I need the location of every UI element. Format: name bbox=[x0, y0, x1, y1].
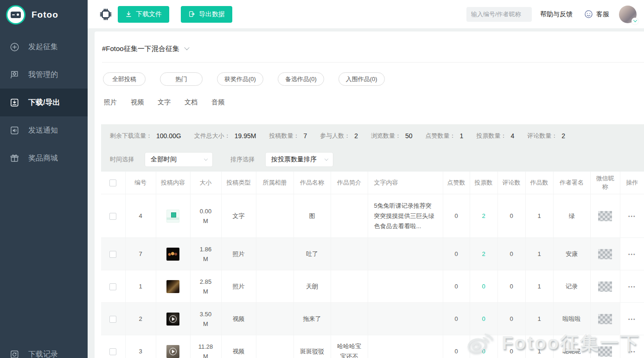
sidebar-item-download-export[interactable]: 下载/导出 bbox=[0, 89, 88, 116]
row-actions-button[interactable]: ••• bbox=[628, 252, 636, 257]
wechat-nickname-blurred bbox=[598, 211, 612, 221]
row-checkbox[interactable] bbox=[109, 316, 116, 323]
table-row: 4 0.00M 文字 图 5兔兔听课记录推荐突突突摸摸提供三巨头绿色食品去看看啦… bbox=[101, 194, 644, 238]
submission-thumbnail[interactable] bbox=[166, 345, 179, 358]
cell-work-intro bbox=[331, 238, 368, 270]
cell-votes: 0 bbox=[470, 335, 497, 358]
chevron-down-icon bbox=[325, 157, 328, 160]
sidebar: Fotoo 发起征集 我管理的 下载/导出 发送通知 奖品商城 bbox=[0, 0, 88, 358]
cell-work-intro: 哈哈哈宝宝还不 bbox=[331, 335, 368, 358]
submission-thumbnail[interactable] bbox=[166, 248, 179, 261]
cell-id: 3 bbox=[125, 335, 156, 358]
pill-candidate-works[interactable]: 备选作品(0) bbox=[278, 72, 324, 86]
time-select[interactable]: 全部时间 bbox=[145, 152, 213, 167]
chevron-down-icon bbox=[633, 18, 637, 22]
row-checkbox[interactable] bbox=[109, 283, 116, 290]
cell-album bbox=[256, 303, 293, 335]
tab-photo[interactable]: 照片 bbox=[104, 98, 117, 107]
col-text-content: 文字内容 bbox=[368, 172, 443, 194]
cell-likes: 0 bbox=[443, 335, 470, 358]
cell-work-name: 天朗 bbox=[293, 270, 331, 303]
col-size: 大小 bbox=[190, 172, 221, 194]
cell-works: 1 bbox=[525, 303, 553, 335]
submission-thumbnail[interactable] bbox=[166, 313, 179, 326]
col-content: 投稿内容 bbox=[156, 172, 190, 194]
campaign-panel: #Fotoo征集一下混合征集 全部投稿 热门 获奖作品(0) 备选作品(0) 入… bbox=[95, 32, 644, 358]
topbar: 下载文件 导出数据 帮助与反馈 客服 bbox=[88, 0, 644, 28]
row-actions-button[interactable]: ••• bbox=[628, 317, 636, 322]
campaign-title: #Fotoo征集一下混合征集 bbox=[102, 45, 179, 53]
cell-album bbox=[256, 270, 293, 303]
col-likes: 点赞数 bbox=[443, 172, 470, 194]
submission-thumbnail[interactable] bbox=[166, 210, 179, 223]
tab-text[interactable]: 文字 bbox=[158, 98, 171, 107]
brand-logo-row: Fotoo bbox=[0, 0, 88, 30]
sidebar-item-my-managed[interactable]: 我管理的 bbox=[0, 61, 88, 89]
row-checkbox[interactable] bbox=[109, 213, 116, 220]
cell-likes: 0 bbox=[443, 238, 470, 270]
stat-submission-count: 投稿数量：7 bbox=[269, 132, 307, 140]
col-type: 投稿类型 bbox=[221, 172, 256, 194]
table-header-row: 编号 投稿内容 大小 投稿类型 所属相册 作品名称 作品简介 文字内容 点赞数 … bbox=[101, 172, 644, 194]
submission-thumbnail[interactable] bbox=[166, 280, 179, 293]
time-filter-label: 时间选择 bbox=[110, 155, 134, 164]
pill-awarded-works[interactable]: 获奖作品(0) bbox=[217, 72, 263, 86]
table-row: 7 1.86M 照片 吐了 0 2 0 1 安康 bbox=[101, 238, 644, 270]
tab-video[interactable]: 视频 bbox=[131, 98, 144, 107]
cell-work-name: 斑斑驳驳 bbox=[293, 335, 331, 358]
tab-audio[interactable]: 音频 bbox=[211, 98, 224, 107]
sidebar-item-label: 我管理的 bbox=[28, 70, 58, 80]
cell-text-content bbox=[368, 238, 443, 270]
submissions-table: 编号 投稿内容 大小 投稿类型 所属相册 作品名称 作品简介 文字内容 点赞数 … bbox=[101, 172, 644, 358]
col-votes: 投票数 bbox=[470, 172, 497, 194]
sidebar-item-download-history[interactable]: 下载记录 bbox=[0, 340, 88, 358]
sidebar-item-prize-mall[interactable]: 奖品商城 bbox=[0, 144, 88, 172]
tab-document[interactable]: 文档 bbox=[185, 98, 198, 107]
refresh-icon bbox=[9, 349, 20, 358]
cell-type: 视频 bbox=[221, 303, 256, 335]
sidebar-item-create-campaign[interactable]: 发起征集 bbox=[0, 33, 88, 61]
pill-all-submissions[interactable]: 全部投稿 bbox=[103, 72, 146, 86]
table-row: 3 11.28M 视频 斑斑驳驳 哈哈哈宝宝还不 0 0 0 1 bbox=[101, 335, 644, 358]
cell-comments: 0 bbox=[497, 335, 525, 358]
pill-hot[interactable]: 热门 bbox=[160, 72, 203, 86]
cell-work-intro bbox=[331, 270, 368, 303]
cell-work-name: 吐了 bbox=[293, 238, 331, 270]
row-actions-button[interactable]: ••• bbox=[628, 284, 636, 289]
help-feedback-link[interactable]: 帮助与反馈 bbox=[540, 10, 573, 19]
export-icon bbox=[188, 11, 195, 18]
table-row: 1 2.85M 照片 天朗 0 0 0 1 记录 bbox=[101, 270, 644, 303]
cell-size: 11.28M bbox=[194, 342, 217, 358]
campaign-title-row[interactable]: #Fotoo征集一下混合征集 bbox=[95, 32, 644, 62]
speaker-icon bbox=[9, 125, 20, 136]
avatar-dropdown-badge bbox=[631, 18, 638, 25]
stats-filter-strip: 剩余下载流量：100.00G 文件总大小：19.95M 投稿数量：7 参与人数：… bbox=[101, 124, 644, 172]
row-actions-button[interactable]: ••• bbox=[628, 214, 636, 219]
customer-service-link[interactable]: 客服 bbox=[584, 10, 609, 19]
download-file-button[interactable]: 下载文件 bbox=[118, 6, 169, 23]
cell-likes: 0 bbox=[443, 270, 470, 303]
row-checkbox[interactable] bbox=[109, 348, 116, 355]
cell-size: 2.85M bbox=[194, 277, 217, 296]
cell-likes: 0 bbox=[443, 303, 470, 335]
row-checkbox[interactable] bbox=[109, 251, 116, 258]
user-avatar[interactable] bbox=[619, 6, 637, 23]
chevron-down-icon bbox=[184, 45, 189, 50]
manage-flag-gear-icon bbox=[9, 70, 20, 80]
chevron-down-icon bbox=[204, 157, 208, 160]
select-all-checkbox[interactable] bbox=[109, 179, 116, 186]
cell-work-intro bbox=[331, 194, 368, 238]
sidebar-item-label: 发起征集 bbox=[28, 42, 58, 52]
sort-select[interactable]: 按投票数量排序 bbox=[265, 152, 333, 167]
search-input[interactable] bbox=[466, 7, 532, 22]
row-actions-button[interactable]: ••• bbox=[628, 349, 636, 354]
app-window: Fotoo 发起征集 我管理的 下载/导出 发送通知 奖品商城 bbox=[0, 0, 644, 358]
export-data-button[interactable]: 导出数据 bbox=[181, 6, 232, 23]
cell-votes: 2 bbox=[470, 194, 497, 238]
cell-type: 照片 bbox=[221, 238, 256, 270]
col-works: 作品数 bbox=[525, 172, 553, 194]
sidebar-item-send-notification[interactable]: 发送通知 bbox=[0, 116, 88, 144]
cell-id: 7 bbox=[125, 238, 156, 270]
pill-shortlisted-works[interactable]: 入围作品(0) bbox=[338, 72, 385, 86]
wechat-nickname-blurred bbox=[598, 281, 612, 292]
